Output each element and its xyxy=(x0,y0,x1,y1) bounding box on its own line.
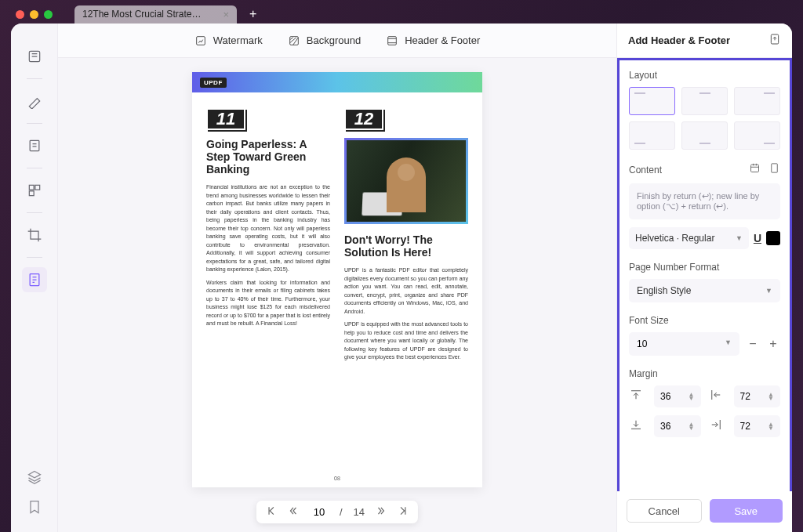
brand-badge: UPDF xyxy=(200,78,227,88)
reader-tool[interactable] xyxy=(22,44,47,69)
export-icon[interactable] xyxy=(768,33,781,48)
highlight-tool[interactable] xyxy=(22,89,47,114)
margin-left-icon xyxy=(709,388,726,405)
document-tab[interactable]: 12The Most Crucial Strate… × xyxy=(74,5,237,24)
svg-rect-4 xyxy=(29,191,34,196)
page-total: 14 xyxy=(354,506,365,518)
panel-title: Add Header & Footer xyxy=(628,34,730,46)
svg-rect-10 xyxy=(751,165,759,172)
margin-left-input[interactable]: 72▲▼ xyxy=(734,385,781,407)
tab-title: 12The Most Crucial Strate… xyxy=(82,9,201,20)
watermark-button[interactable]: Watermark xyxy=(194,34,263,47)
content-textarea[interactable]: Finish by return (↩); new line by option… xyxy=(629,183,780,219)
maximize-window[interactable] xyxy=(44,10,53,19)
page-navigator: / 14 xyxy=(256,501,418,523)
save-button[interactable]: Save xyxy=(710,499,783,523)
minimize-window[interactable] xyxy=(30,10,38,19)
left-para-1: Financial institutions are not an except… xyxy=(206,183,330,274)
document-page-preview: UPDF 11 Going Paperless: A Step Toward G… xyxy=(192,72,482,487)
page-input[interactable] xyxy=(310,506,329,518)
next-page-icon[interactable] xyxy=(376,505,387,519)
color-swatch[interactable] xyxy=(766,231,780,245)
prev-page-icon[interactable] xyxy=(288,505,299,519)
layout-option-4[interactable] xyxy=(629,121,675,150)
margin-bottom-input[interactable]: 36▲▼ xyxy=(654,415,701,437)
right-para-1: UPDF is a fantastic PDF editor that comp… xyxy=(344,266,468,316)
background-label: Background xyxy=(307,34,361,46)
header-footer-label: Header & Footer xyxy=(405,34,480,46)
left-sidebar xyxy=(11,24,58,532)
layout-option-6[interactable] xyxy=(734,121,780,150)
header-footer-panel: Add Header & Footer Layout Content Finis xyxy=(616,24,792,532)
page-toolbar: Watermark Background Header & Footer xyxy=(58,24,616,58)
right-heading: Don't Worry! The Solution Is Here! xyxy=(344,233,468,259)
layout-option-1[interactable] xyxy=(629,87,675,115)
cancel-button[interactable]: Cancel xyxy=(627,499,702,523)
last-page-icon[interactable] xyxy=(398,505,409,519)
hero-image xyxy=(344,138,468,224)
layout-option-2[interactable] xyxy=(681,87,728,115)
background-button[interactable]: Background xyxy=(288,34,361,47)
right-para-2: UPDF is equipped with the most advanced … xyxy=(344,320,468,362)
left-para-2: Workers claim that looking for informati… xyxy=(206,279,330,328)
bookmark-icon[interactable] xyxy=(27,499,42,518)
page-icon[interactable] xyxy=(768,162,780,177)
first-page-icon[interactable] xyxy=(266,505,277,519)
fontsize-label: Font Size xyxy=(629,315,780,326)
svg-rect-1 xyxy=(30,140,39,150)
left-heading: Going Paperless: A Step Toward Green Ban… xyxy=(206,138,330,176)
margin-label: Margin xyxy=(629,368,780,379)
layout-label: Layout xyxy=(629,70,780,81)
svg-rect-6 xyxy=(196,36,205,45)
margin-bottom-icon xyxy=(629,418,646,435)
content-label: Content xyxy=(629,165,662,176)
increase-size[interactable]: + xyxy=(766,337,780,351)
page-tools[interactable] xyxy=(22,267,47,292)
section-number-left: 11 xyxy=(206,108,245,130)
margin-right-icon xyxy=(709,418,726,435)
page-number-format-select[interactable]: English Style▼ xyxy=(629,279,780,302)
decrease-size[interactable]: − xyxy=(746,337,760,351)
add-tab-button[interactable]: + xyxy=(249,7,256,21)
edit-tool[interactable] xyxy=(22,133,47,158)
layout-option-5[interactable] xyxy=(681,121,728,150)
layers-icon[interactable] xyxy=(27,469,42,488)
page-number: 08 xyxy=(192,476,482,487)
underline-toggle[interactable]: U xyxy=(754,232,761,244)
close-tab-icon[interactable]: × xyxy=(223,9,229,20)
font-select[interactable]: Helvetica · Regular▼ xyxy=(629,227,749,249)
organize-tool[interactable] xyxy=(22,178,47,203)
header-footer-button[interactable]: Header & Footer xyxy=(386,34,480,47)
margin-top-input[interactable]: 36▲▼ xyxy=(654,385,701,407)
date-icon[interactable] xyxy=(749,162,761,177)
window-controls[interactable] xyxy=(16,10,53,19)
svg-rect-8 xyxy=(388,36,397,45)
margin-top-icon xyxy=(629,388,646,405)
svg-rect-2 xyxy=(29,185,34,190)
watermark-label: Watermark xyxy=(213,34,263,46)
svg-rect-11 xyxy=(772,164,778,172)
section-number-right: 12 xyxy=(344,108,383,130)
margin-right-input[interactable]: 72▲▼ xyxy=(734,415,781,437)
font-size-select[interactable]: 10▼ xyxy=(629,332,739,356)
close-window[interactable] xyxy=(16,10,24,19)
pnf-label: Page Number Format xyxy=(629,262,780,273)
crop-tool[interactable] xyxy=(22,223,47,248)
page-sep: / xyxy=(340,506,343,518)
svg-rect-3 xyxy=(35,185,39,190)
layout-option-3[interactable] xyxy=(734,87,780,115)
